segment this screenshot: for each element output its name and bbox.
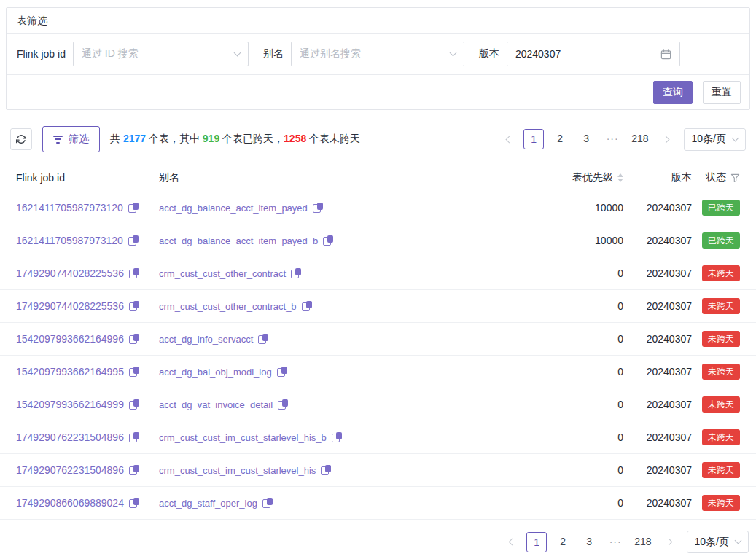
alias-link[interactable]: acct_dg_bal_obj_modi_log [159,367,272,378]
page-ellipsis[interactable]: ··· [605,532,626,552]
copy-icon[interactable] [258,334,268,344]
query-button[interactable]: 查询 [653,81,693,104]
alias-link[interactable]: acct_dg_balance_acct_item_payed [159,203,308,214]
job-id-link[interactable]: 1749290866069889024 [16,497,124,509]
next-page-icon[interactable] [658,129,675,149]
page-button-218[interactable]: 218 [631,532,654,552]
copy-icon[interactable] [129,432,139,442]
copy-icon[interactable] [321,465,331,475]
copy-icon[interactable] [332,432,342,442]
job-id-link[interactable]: 1749290762231504896 [16,431,124,443]
table-row: 1621411705987973120 acct_dg_balance_acct… [0,192,756,224]
alias-placeholder: 通过别名搜索 [300,47,361,60]
priority-value: 0 [539,267,623,279]
table-row: 1621411705987973120 acct_dg_balance_acct… [0,224,756,257]
page-button-3[interactable]: 3 [579,532,599,552]
page-ellipsis[interactable]: ··· [602,129,623,149]
copy-icon[interactable] [129,465,139,475]
pagination-bottom: 1 2 3 ··· 218 10条/页 [0,531,749,553]
page-button-1[interactable]: 1 [526,532,547,552]
alias-link[interactable]: crm_cust_cust_im_cust_starlevel_his [159,465,316,476]
filter-card-title: 表筛选 [7,8,749,34]
page-button-2[interactable]: 2 [553,532,573,552]
page-button-1[interactable]: 1 [523,129,544,149]
table-header-row: Flink job id 别名 表优先级 版本 状态 [0,164,756,192]
version-value: 20240307 [623,300,692,312]
copy-icon[interactable] [129,268,139,278]
not-crossed-count: 1258 [284,133,306,144]
calendar-icon [660,49,671,60]
alias-label: 别名 [263,47,284,60]
job-id-link[interactable]: 1542097993662164996 [16,333,124,345]
tables-table: Flink job id 别名 表优先级 版本 状态 1621411705987… [0,164,756,520]
copy-icon[interactable] [129,334,139,344]
copy-icon[interactable] [129,367,139,377]
priority-value: 0 [539,366,623,378]
page-button-218[interactable]: 218 [628,129,651,149]
job-id-link[interactable]: 1542097993662164995 [16,366,124,378]
alias-link[interactable]: crm_cust_cust_other_contract [159,268,286,279]
job-id-link[interactable]: 1621411705987973120 [16,202,123,214]
status-badge: 已跨天 [702,232,740,249]
prev-page-icon[interactable] [500,129,518,149]
copy-icon[interactable] [129,399,139,410]
table-row: 1542097993662164999 acct_dg_vat_invoice_… [0,388,756,421]
job-id-link[interactable]: 1749290744028225536 [16,267,124,279]
copy-icon[interactable] [291,268,301,278]
sort-icon[interactable] [617,173,623,182]
version-value: 20240307 [623,366,692,378]
priority-value: 0 [539,464,623,476]
pagination-top: 1 2 3 ··· 218 10条/页 [500,128,746,151]
priority-value: 10000 [539,235,623,246]
version-value: 20240307 [623,333,692,345]
page-size-select[interactable]: 10条/页 [684,128,746,151]
refresh-button[interactable] [10,128,32,150]
crossed-count: 919 [203,133,219,144]
copy-icon[interactable] [129,498,139,508]
alias-link[interactable]: acct_dg_vat_invoice_detail [159,399,273,410]
reset-button[interactable]: 重置 [703,81,741,104]
job-id-link[interactable]: 1749290762231504896 [16,464,124,476]
copy-icon[interactable] [278,399,288,410]
flink-job-id-label: Flink job id [17,48,66,60]
table-row: 1542097993662164996 acct_dg_info_servacc… [0,323,756,356]
filter-funnel-icon[interactable] [730,173,740,183]
page-button-2[interactable]: 2 [550,129,570,149]
version-value: 20240307 [623,267,692,279]
copy-icon[interactable] [129,301,139,311]
page-size-select[interactable]: 10条/页 [687,531,749,553]
table-row: 1749290744028225536 crm_cust_cust_other_… [0,290,756,323]
alias-link[interactable]: acct_dg_info_servacct [159,334,253,345]
job-id-link[interactable]: 1542097993662164999 [16,399,124,410]
job-id-link[interactable]: 1621411705987973120 [16,235,123,246]
page-size-value: 10条/页 [695,536,729,549]
status-badge: 未跨天 [702,265,740,281]
copy-icon[interactable] [323,235,333,246]
next-page-icon[interactable] [660,532,678,552]
alias-link[interactable]: crm_cust_cust_other_contract_b [159,301,297,312]
alias-select[interactable]: 通过别名搜索 [291,42,464,66]
job-id-link[interactable]: 1749290744028225536 [16,300,124,312]
copy-icon[interactable] [302,301,312,311]
page-button-3[interactable]: 3 [576,129,596,149]
copy-icon[interactable] [128,203,139,213]
copy-icon[interactable] [277,367,287,377]
copy-icon[interactable] [262,498,273,508]
flink-job-id-select[interactable]: 通过 ID 搜索 [73,42,249,66]
table-summary: 共 2177 个表，其中 919 个表已跨天，1258 个表未跨天 [110,133,360,146]
filter-button[interactable]: 筛选 [42,126,100,152]
prev-page-icon[interactable] [503,532,521,552]
version-date-input[interactable]: 20240307 [507,42,680,66]
status-badge: 已跨天 [702,200,740,216]
chevron-down-icon [732,134,739,141]
priority-value: 10000 [539,202,623,214]
alias-link[interactable]: crm_cust_cust_im_cust_starlevel_his_b [159,432,327,443]
copy-icon[interactable] [313,203,323,213]
alias-link[interactable]: acct_dg_balance_acct_item_payed_b [159,235,318,246]
version-value: 20240307 [623,202,692,214]
alias-link[interactable]: acct_dg_staff_oper_log [159,498,257,509]
version-label: 版本 [479,47,499,60]
status-badge: 未跨天 [702,396,740,413]
copy-icon[interactable] [128,235,139,246]
header-job-id: Flink job id [16,172,159,184]
